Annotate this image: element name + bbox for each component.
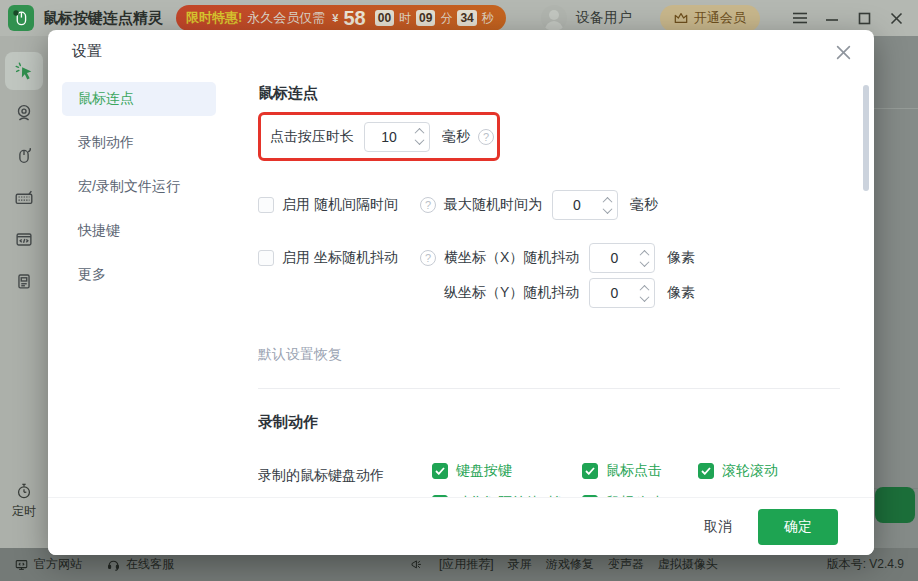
max-random-time-label: 最大随机时间为 (444, 196, 542, 214)
close-window-icon[interactable] (886, 8, 906, 28)
version-label: 版本号: V2.4.9 (827, 556, 904, 573)
press-duration-stepper[interactable]: 10 (364, 122, 430, 152)
max-random-time-unit: 毫秒 (630, 196, 658, 214)
press-duration-value[interactable]: 10 (365, 129, 413, 145)
sidebar-item-timer[interactable]: 定时 (0, 481, 48, 520)
app-link-voice-changer[interactable]: 变声器 (608, 556, 644, 573)
mouse-icon (13, 144, 35, 166)
document-icon (13, 270, 35, 292)
jitter-x-stepper[interactable]: 0 (589, 243, 655, 273)
checked-checkbox[interactable] (432, 463, 448, 479)
coordinate-jitter-row: 启用 坐标随机抖动 ? 横坐标（X）随机抖动 0 像素 (258, 243, 840, 273)
coordinate-jitter-y-row: 纵坐标（Y）随机抖动 0 像素 (258, 278, 840, 308)
countdown-minutes-unit: 分 (440, 10, 452, 27)
max-random-time-value[interactable]: 0 (553, 197, 601, 213)
press-duration-unit: 毫秒 (442, 128, 470, 146)
annotation-highlight-red-box: 点击按压时长 10 毫秒 ? (258, 112, 500, 161)
menu-icon[interactable] (790, 8, 810, 28)
start-button-partial[interactable] (875, 487, 915, 523)
timer-clock-icon (14, 481, 34, 501)
recorded-actions-label: 录制的鼠标键盘动作 (258, 462, 432, 485)
nav-item-hotkeys[interactable]: 快捷键 (62, 214, 216, 248)
vip-subscribe-button[interactable]: 开通会员 (660, 5, 760, 32)
jitter-x-value[interactable]: 0 (590, 250, 638, 266)
checked-checkbox[interactable] (582, 463, 598, 479)
recorded-actions-row: 录制的鼠标键盘动作 键盘按键 鼠标点击 滚轮滚动 (258, 462, 840, 497)
press-duration-label: 点击按压时长 (270, 128, 354, 146)
sidebar-item-mouse-clicker[interactable] (5, 52, 43, 90)
megaphone-icon (409, 558, 425, 572)
coordinate-jitter-label: 启用 坐标随机抖动 (282, 249, 414, 267)
official-site-link[interactable]: 官方网站 (14, 556, 82, 573)
option-keyboard-keys[interactable]: 键盘按键 (432, 462, 582, 480)
jitter-y-stepper[interactable]: 0 (589, 278, 655, 308)
nav-item-macro-run[interactable]: 宏/录制文件运行 (62, 170, 216, 204)
settings-nav: 鼠标连点 录制动作 宏/录制文件运行 快捷键 更多 (62, 82, 216, 302)
option-mouse-click[interactable]: 鼠标点击 (582, 462, 698, 480)
crown-icon (674, 12, 688, 24)
coordinate-jitter-checkbox[interactable] (258, 250, 274, 266)
countdown-seconds-unit: 秒 (482, 10, 494, 27)
section-heading-mouse-click: 鼠标连点 (258, 84, 840, 103)
code-window-icon (13, 228, 35, 250)
stepper-arrows[interactable] (638, 285, 654, 302)
random-interval-checkbox[interactable] (258, 197, 274, 213)
help-icon[interactable]: ? (420, 250, 436, 266)
sidebar-item-notes[interactable] (5, 262, 43, 300)
help-icon[interactable]: ? (478, 129, 494, 145)
option-wheel-scroll[interactable]: 滚轮滚动 (698, 462, 778, 480)
stepper-arrows[interactable] (638, 250, 654, 267)
user-avatar[interactable] (541, 5, 567, 31)
dialog-scrollbar[interactable] (863, 85, 869, 191)
nav-item-record-action[interactable]: 录制动作 (62, 126, 216, 160)
jitter-y-label: 纵坐标（Y）随机抖动 (444, 284, 579, 302)
app-link-game-fix[interactable]: 游戏修复 (546, 556, 594, 573)
countdown-minutes: 09 (416, 10, 435, 26)
online-support-link[interactable]: 在线客服 (106, 556, 174, 573)
app-window: 鼠标按键连点精灵 限时特惠! 永久会员仅需 ¥ 58 00 时 09 分 34 … (0, 0, 918, 581)
app-logo-mouse-icon (8, 5, 34, 31)
jitter-y-value[interactable]: 0 (590, 285, 638, 301)
cursor-click-icon (13, 60, 35, 82)
promo-price: 58 (343, 8, 365, 28)
dialog-footer: 取消 确定 (48, 497, 874, 555)
ok-button[interactable]: 确定 (758, 509, 838, 545)
dialog-close-icon[interactable] (832, 41, 854, 63)
currency-symbol: ¥ (332, 12, 338, 24)
settings-dialog: 设置 鼠标连点 录制动作 宏/录制文件运行 快捷键 更多 鼠标连点 点击按压时长… (48, 30, 874, 555)
keyboard-icon (13, 186, 35, 208)
jitter-y-unit: 像素 (667, 284, 695, 302)
dialog-title: 设置 (72, 42, 102, 61)
maximize-icon[interactable] (854, 8, 874, 28)
promo-text: 永久会员仅需 (247, 9, 325, 27)
nav-item-more[interactable]: 更多 (62, 258, 216, 292)
max-random-time-stepper[interactable]: 0 (552, 190, 618, 220)
recommend-tag: [应用推荐] (439, 556, 494, 573)
sidebar-item-record[interactable] (5, 94, 43, 132)
jitter-x-label: 横坐标（X）随机抖动 (444, 249, 579, 267)
section-heading-record: 录制动作 (258, 413, 840, 432)
stepper-arrows[interactable] (413, 128, 429, 145)
headset-icon (106, 558, 121, 572)
app-link-virtual-camera[interactable]: 虚拟摄像头 (658, 556, 718, 573)
window-controls (790, 8, 918, 28)
promo-tag: 限时特惠! (186, 9, 242, 27)
checked-checkbox[interactable] (698, 463, 714, 479)
sidebar-item-keyboard[interactable] (5, 178, 43, 216)
help-icon[interactable]: ? (420, 197, 436, 213)
restore-defaults-link[interactable]: 默认设置恢复 (258, 346, 342, 364)
stepper-arrows[interactable] (601, 197, 617, 214)
cancel-button[interactable]: 取消 (704, 518, 732, 536)
settings-content: 鼠标连点 点击按压时长 10 毫秒 ? 启用 随机间隔时间 ? 最大随机时间为 … (258, 74, 840, 497)
countdown-seconds: 34 (457, 10, 476, 26)
sidebar-item-script[interactable] (5, 220, 43, 258)
countdown-hours: 00 (375, 10, 394, 26)
minimize-icon[interactable] (822, 8, 842, 28)
promo-banner[interactable]: 限时特惠! 永久会员仅需 ¥ 58 00 时 09 分 34 秒 (176, 5, 506, 31)
sidebar-item-mouse[interactable] (5, 136, 43, 174)
app-link-screen-record[interactable]: 录屏 (508, 556, 532, 573)
vip-button-label: 开通会员 (694, 9, 746, 27)
nav-item-mouse-click[interactable]: 鼠标连点 (62, 82, 216, 116)
monitor-icon (14, 558, 29, 572)
random-interval-label: 启用 随机间隔时间 (282, 196, 414, 214)
